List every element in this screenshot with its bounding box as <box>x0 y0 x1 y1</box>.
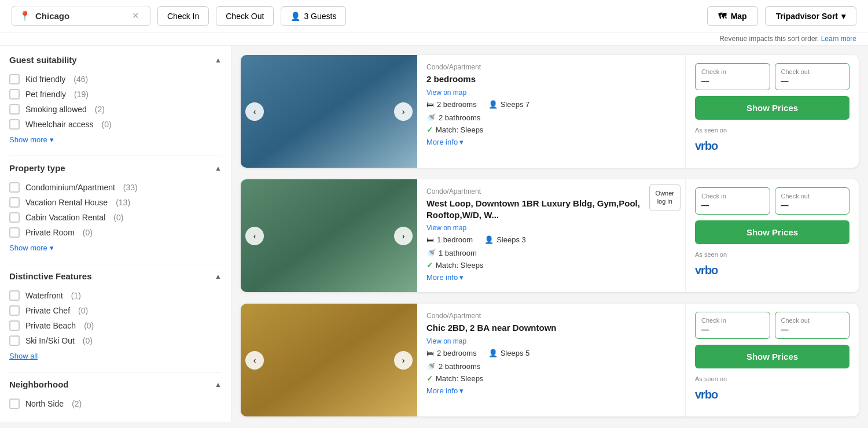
learn-more-link[interactable]: Learn more <box>821 35 856 43</box>
bedrooms-value-3: 2 bedrooms <box>437 349 477 357</box>
checkbox-smoking[interactable] <box>9 104 20 115</box>
vrbo-logo-1: vrbo <box>695 139 849 153</box>
revenue-notice: Revenue impacts this sort order. Learn m… <box>0 32 868 46</box>
listings-container: ‹ › Condo/Apartment 2 bedrooms View on m… <box>231 46 868 422</box>
bathrooms-value-1: 2 bathrooms <box>439 113 480 122</box>
checkbox-wheelchair[interactable] <box>9 119 20 130</box>
filter-item-smoking[interactable]: Smoking allowed (2) <box>9 102 222 117</box>
sleeps-icon-3: 👤 <box>488 349 498 357</box>
filter-section-header-neighborhood[interactable]: Neighborhood ▲ <box>9 379 222 389</box>
filter-count-private-beach: (0) <box>84 321 94 330</box>
next-image-btn-3[interactable]: › <box>394 351 413 370</box>
vrbo-logo-3: vrbo <box>695 388 849 401</box>
filter-item-private-beach[interactable]: Private Beach (0) <box>9 318 222 333</box>
checkbox-kid-friendly[interactable] <box>9 74 20 84</box>
checkbox-north-side[interactable] <box>9 399 20 409</box>
checkbox-vacation-house[interactable] <box>9 197 20 208</box>
more-info-btn-2[interactable]: More info ▾ <box>426 273 464 282</box>
view-on-map-btn-2[interactable]: View on map <box>426 224 466 232</box>
filter-count-ski: (0) <box>83 336 93 345</box>
check-in-box-3[interactable]: Check in — <box>695 312 770 339</box>
checkbox-waterfront[interactable] <box>9 290 20 301</box>
show-more-property-button[interactable]: Show more ▾ <box>9 243 54 252</box>
check-in-box-1[interactable]: Check in — <box>695 63 770 90</box>
show-all-button[interactable]: Show all <box>9 352 38 360</box>
more-info-btn-1[interactable]: More info ▾ <box>426 138 464 146</box>
filter-item-cabin[interactable]: Cabin Vacation Rental (0) <box>9 210 222 225</box>
check-in-box-2[interactable]: Check in — <box>695 187 770 215</box>
prev-image-btn-1[interactable]: ‹ <box>245 102 264 121</box>
bathrooms-meta-2: 🚿 1 bathroom <box>426 249 676 257</box>
filter-section-header-distinctive[interactable]: Distinctive Features ▲ <box>9 271 222 281</box>
show-prices-btn-1[interactable]: Show Prices <box>695 96 849 120</box>
filter-count-pet: (19) <box>74 90 89 99</box>
bathrooms-value-2: 1 bathroom <box>439 249 477 257</box>
guests-button[interactable]: 👤 3 Guests <box>281 6 346 26</box>
more-info-label-1: More info <box>426 138 458 146</box>
view-on-map-btn-3[interactable]: View on map <box>426 337 466 345</box>
sort-button[interactable]: Tripadvisor Sort ▾ <box>765 6 856 26</box>
checkbox-private-chef[interactable] <box>9 305 20 316</box>
view-on-map-btn-1[interactable]: View on map <box>426 88 466 97</box>
listing-image-wrap-1: ‹ › <box>241 55 417 168</box>
show-prices-btn-2[interactable]: Show Prices <box>695 220 849 244</box>
check-out-button[interactable]: Check Out <box>216 6 274 26</box>
filter-item-waterfront[interactable]: Waterfront (1) <box>9 288 222 303</box>
prev-image-btn-3[interactable]: ‹ <box>245 351 264 370</box>
filter-item-vacation-house[interactable]: Vacation Rental House (13) <box>9 195 222 210</box>
header: 📍 × Check In Check Out 👤 3 Guests 🗺 Map … <box>0 0 868 32</box>
filter-item-north-side[interactable]: North Side (2) <box>9 396 222 411</box>
check-in-button[interactable]: Check In <box>157 6 209 26</box>
checkbox-condo[interactable] <box>9 182 20 193</box>
next-image-btn-1[interactable]: › <box>394 102 413 121</box>
show-prices-btn-3[interactable]: Show Prices <box>695 345 849 368</box>
checkbox-private-beach[interactable] <box>9 320 20 331</box>
listing-title-3: Chic 2BD, 2 BA near Downtown <box>426 322 676 334</box>
check-out-box-3[interactable]: Check out — <box>775 312 850 339</box>
check-in-label-2: Check in <box>701 193 764 200</box>
filter-item-kid-friendly[interactable]: Kid friendly (46) <box>9 72 222 87</box>
sleeps-meta-1: 👤 Sleeps 7 <box>488 100 530 109</box>
filter-item-wheelchair[interactable]: Wheelchair access (0) <box>9 117 222 132</box>
filter-label-private-beach: Private Beach <box>25 321 76 330</box>
match-badge-2: ✓ Match: Sleeps <box>426 261 676 270</box>
show-more-guest-button[interactable]: Show more ▾ <box>9 135 54 144</box>
next-image-btn-2[interactable]: › <box>394 227 413 245</box>
check-dates-row-2: Check in — Check out — <box>695 187 849 215</box>
chevron-up-icon-distinctive: ▲ <box>215 272 222 281</box>
filter-count-kid: (46) <box>73 75 88 84</box>
map-label: Map <box>731 12 747 21</box>
check-out-label-2: Check out <box>781 193 844 200</box>
checkbox-pet-friendly[interactable] <box>9 89 20 99</box>
bathrooms-meta-3: 🚿 2 bathrooms <box>426 362 676 371</box>
checkbox-cabin[interactable] <box>9 212 20 223</box>
filter-section-header-property[interactable]: Property type ▲ <box>9 163 222 173</box>
filter-section-neighborhood: Neighborhood ▲ North Side (2) <box>9 379 222 411</box>
filter-item-condo[interactable]: Condominium/Apartment (33) <box>9 180 222 195</box>
destination-search[interactable]: 📍 × <box>12 6 150 26</box>
dropdown-icon-3: ▾ <box>459 386 464 395</box>
check-out-box-1[interactable]: Check out — <box>775 63 850 90</box>
sleeps-value-3: Sleeps 5 <box>501 349 530 357</box>
filter-item-pet-friendly[interactable]: Pet friendly (19) <box>9 87 222 102</box>
filter-item-private-chef[interactable]: Private Chef (0) <box>9 303 222 318</box>
checkbox-ski[interactable] <box>9 335 20 346</box>
filter-label-private-room: Private Room <box>25 228 75 237</box>
destination-input[interactable] <box>35 11 128 21</box>
clear-button[interactable]: × <box>133 10 139 22</box>
filter-section-distinctive: Distinctive Features ▲ Waterfront (1) Pr… <box>9 271 222 360</box>
owner-log-in-badge[interactable]: Ownerlog in <box>649 184 681 211</box>
checkbox-private-room[interactable] <box>9 227 20 238</box>
prev-image-btn-2[interactable]: ‹ <box>245 227 264 245</box>
filter-count-cabin: (0) <box>113 213 123 222</box>
map-button[interactable]: 🗺 Map <box>707 6 758 26</box>
listing-info-3: Condo/Apartment Chic 2BD, 2 BA near Down… <box>417 304 685 416</box>
filter-section-header-guest[interactable]: Guest suitability ▲ <box>9 55 222 65</box>
check-out-label-1: Check out <box>781 68 844 75</box>
filter-item-private-room[interactable]: Private Room (0) <box>9 225 222 240</box>
check-out-box-2[interactable]: Check out — <box>775 187 850 215</box>
bath-icon-3: 🚿 <box>426 362 436 371</box>
show-more-guest-label: Show more <box>9 135 47 144</box>
more-info-btn-3[interactable]: More info ▾ <box>426 386 464 395</box>
filter-item-ski[interactable]: Ski In/Ski Out (0) <box>9 333 222 348</box>
